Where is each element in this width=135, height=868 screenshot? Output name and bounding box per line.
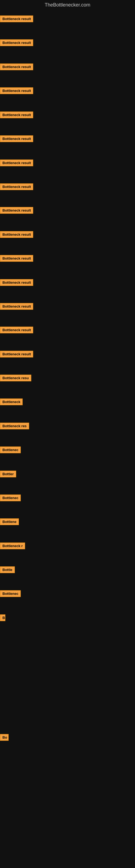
bottleneck-row: Bottleneck res [0,423,29,431]
bottleneck-badge: Bottleneck result [0,159,33,166]
bottleneck-badge: Bottlene [0,518,19,525]
bottleneck-row: Bottleneck result [0,327,33,335]
bottleneck-row: Bottleneck result [0,63,33,71]
bottleneck-badge: Bottle [0,566,15,573]
bottleneck-row: Bo [0,734,9,742]
bottleneck-badge: Bottleneck result [0,63,33,70]
bottleneck-row: Bottleneck result [0,207,33,215]
bottleneck-badge: Bottleneck result [0,87,33,94]
bottleneck-badge: Bottleneck result [0,183,33,190]
bottleneck-row: Bottleneck result [0,16,33,23]
bottleneck-row: Bottleneck result [0,183,33,191]
bottleneck-row: Bottler [0,471,16,478]
bottleneck-badge: Bottlenec [0,590,21,597]
bottleneck-row: Bottleneck result [0,303,33,311]
bottleneck-badge: Bottleneck resu [0,375,31,381]
bottleneck-row: Bottleneck r [0,542,25,550]
bottleneck-badge: Bottler [0,471,16,477]
bottleneck-badge: Bottleneck result [0,351,33,358]
bottleneck-row: Bottleneck result [0,135,33,143]
bottleneck-row: Bottleneck result [0,159,33,167]
bottleneck-badge: Bottleneck res [0,423,29,429]
bottleneck-badge: Bottleneck result [0,135,33,142]
bottleneck-badge: Bottleneck result [0,231,33,238]
bottleneck-row: Bottlene [0,518,19,526]
bottleneck-row: Bottleneck result [0,231,33,239]
bottleneck-badge: Bottleneck result [0,207,33,214]
bottleneck-badge: Bottleneck result [0,279,33,286]
bottleneck-badge: B [0,614,5,621]
bottleneck-badge: Bottlenec [0,446,21,453]
bottleneck-row: Bottleneck result [0,87,33,95]
bottleneck-badge: Bottleneck result [0,303,33,310]
bottleneck-row: Bottlenec [0,495,21,502]
bottleneck-badge: Bottleneck result [0,327,33,333]
bottleneck-row: Bottleneck result [0,351,33,359]
bottleneck-row: B [0,614,5,622]
bottleneck-badge: Bottlenec [0,495,21,501]
bottleneck-row: Bottleneck result [0,255,33,263]
bottleneck-badge: Bottleneck [0,399,23,405]
bottleneck-row: Bottleneck resu [0,375,31,382]
bottleneck-row: Bottlenec [0,590,21,598]
bottleneck-row: Bottleneck [0,399,23,406]
bottleneck-badge: Bo [0,734,9,741]
bottleneck-badge: Bottleneck r [0,542,25,549]
bottleneck-row: Bottlenec [0,446,21,454]
bottleneck-row: Bottle [0,566,15,574]
bottleneck-badge: Bottleneck result [0,112,33,118]
bottleneck-badge: Bottleneck result [0,255,33,262]
bottleneck-badge: Bottleneck result [0,16,33,22]
bottleneck-badge: Bottleneck result [0,39,33,46]
bottleneck-row: Bottleneck result [0,112,33,119]
bottleneck-row: Bottleneck result [0,39,33,47]
site-title: TheBottlenecker.com [0,0,135,9]
bottleneck-row: Bottleneck result [0,279,33,287]
